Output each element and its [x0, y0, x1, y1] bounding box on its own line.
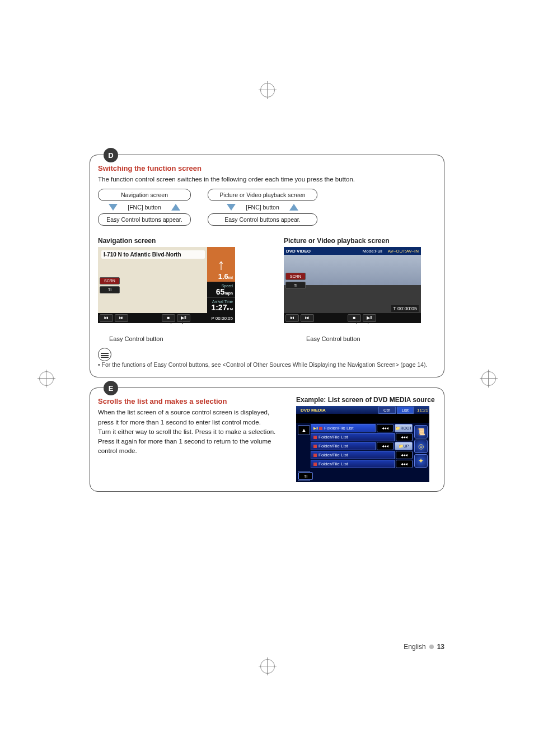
crop-mark-left	[35, 370, 57, 386]
arrow-down-icon	[227, 204, 236, 211]
ti-button[interactable]: TI	[100, 286, 120, 293]
list-item[interactable]: Folder/File List	[311, 460, 395, 468]
nav-distance: 1.6	[218, 272, 228, 281]
section-d-title: Switching the function screen	[98, 164, 436, 172]
settings-icon[interactable]: ✦	[414, 454, 428, 468]
rewind-button[interactable]: ◂◂◂	[377, 442, 394, 450]
disc-icon[interactable]: ◎	[414, 440, 428, 453]
arrow-up-icon	[289, 204, 298, 211]
section-letter-e: E	[104, 381, 118, 395]
prev-track-button[interactable]: ⏮	[100, 314, 113, 322]
list-item[interactable]: Folder/File List	[311, 433, 395, 441]
ti-button[interactable]: TI	[285, 282, 306, 289]
scrn-button[interactable]: SCRN	[285, 273, 306, 280]
play-pause-button[interactable]: ▶Ⅱ	[177, 314, 190, 322]
nav-speed: 65	[216, 287, 225, 296]
list-tab[interactable]: List	[397, 407, 414, 414]
list-item[interactable]: ▶ⅡFolder/File List	[311, 424, 376, 432]
stop-button[interactable]: ■	[162, 314, 175, 322]
section-d: D Switching the function screen The func…	[90, 155, 444, 377]
up-button[interactable]: 📁 UP	[395, 442, 413, 450]
nav-speed-unit: mph	[224, 291, 233, 295]
flow-video-screen: Picture or Video playback screen	[208, 189, 317, 201]
flow-easy-control: Easy Control buttons appear.	[208, 213, 317, 226]
flow-right-column: Picture or Video playback screen [FNC] b…	[208, 189, 317, 226]
section-d-intro: The function control screen switches in …	[98, 175, 436, 184]
flow-nav-screen: Navigation screen	[98, 189, 191, 201]
play-pause-button[interactable]: ▶Ⅱ	[363, 314, 376, 322]
easy-control-label: Easy Control button	[306, 335, 436, 342]
section-letter-d: D	[104, 148, 118, 162]
list-time: 11:21	[415, 408, 428, 413]
note-icon	[98, 348, 111, 361]
footer-dot-icon	[429, 645, 434, 649]
page-number: 13	[437, 643, 444, 651]
nav-arr-unit: P M	[227, 307, 233, 311]
ctrl-tab[interactable]: Ctrl	[378, 407, 395, 414]
arrow-up-icon	[171, 204, 180, 211]
video-time: T 00:00:05	[391, 305, 419, 312]
rewind-button[interactable]: ◂◂◂	[396, 460, 413, 468]
nav-play-time: P 00:00:05	[211, 316, 233, 321]
ti-button[interactable]: TI	[298, 472, 313, 480]
nav-arrival: 1:27	[211, 303, 227, 312]
video-screen-mock: DVD VIDEO Mode:Full AV–OUT:AV–IN SCRN TI…	[284, 247, 421, 323]
crop-mark-bottom	[256, 657, 278, 674]
list-item[interactable]: Folder/File List	[311, 451, 395, 459]
video-mode: Mode:Full	[363, 249, 382, 254]
video-screen-heading: Picture or Video playback screen	[284, 237, 436, 245]
rewind-button[interactable]: ◂◂◂	[396, 433, 413, 441]
stop-button[interactable]: ■	[348, 314, 361, 322]
example-heading: Example: List screen of DVD MEDIA source	[296, 396, 436, 404]
video-source-title: DVD VIDEO	[286, 249, 311, 254]
footer-language: English	[404, 643, 425, 651]
crop-mark-right	[477, 370, 499, 386]
easy-control-label: Easy Control button	[109, 335, 250, 342]
prev-track-button[interactable]: ⏮	[285, 314, 299, 322]
flow-diagram: Navigation screen [FNC] button Easy Cont…	[98, 189, 436, 226]
next-track-button[interactable]: ⏭	[115, 314, 128, 322]
page-footer: English 13	[404, 643, 444, 651]
list-up-button[interactable]: ▲	[298, 425, 310, 435]
fnc-button-label: [FNC] button	[246, 204, 279, 211]
root-button[interactable]: 📁 ROOT	[395, 424, 413, 432]
scrn-button[interactable]: SCRN	[100, 277, 120, 284]
nav-route-title: I-710 N to Atlantic Blvd-North	[101, 250, 205, 259]
note-text: • For the functions of Easy Control butt…	[98, 361, 436, 368]
list-source-title: DVD MEDIA	[297, 407, 329, 413]
nav-direction-arrow: 1.6mi	[207, 247, 235, 282]
section-e-title: Scrolls the list and makes a selection	[98, 397, 279, 405]
nav-screen-heading: Navigation screen	[98, 237, 250, 245]
rewind-button[interactable]: ◂◂◂	[377, 424, 394, 432]
nav-dist-unit: mi	[228, 276, 233, 279]
section-e-body: When the list screen of a source control…	[98, 408, 279, 456]
crop-mark-top	[256, 81, 278, 98]
section-e: E Scrolls the list and makes a selection…	[90, 388, 444, 492]
arrow-down-icon	[109, 204, 118, 211]
fnc-button-label: [FNC] button	[128, 204, 161, 211]
flow-left-column: Navigation screen [FNC] button Easy Cont…	[98, 189, 191, 226]
next-track-button[interactable]: ⏭	[301, 314, 314, 322]
video-avout: AV–OUT:AV–IN	[388, 249, 419, 254]
list-item[interactable]: Folder/File List	[311, 442, 376, 450]
navigation-screen-mock: I-710 N to Atlantic Blvd-North 1.6mi Spe…	[98, 247, 235, 323]
rewind-button[interactable]: ◂◂◂	[396, 451, 413, 459]
list-screen-mock: DVD MEDIA Ctrl List 11:21 ▲ ▼	[296, 406, 429, 482]
flow-easy-control: Easy Control buttons appear.	[98, 213, 191, 226]
scroll-icon[interactable]: 📜	[414, 425, 428, 438]
